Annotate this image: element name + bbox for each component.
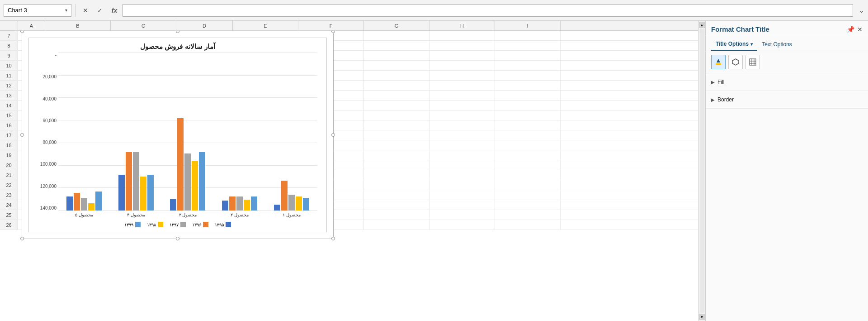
bar-s4-c1[interactable]	[147, 175, 154, 211]
bar-s1-c2[interactable]	[177, 118, 184, 211]
bar-s0-c1[interactable]	[118, 175, 125, 211]
confirm-button[interactable]: ✓	[94, 4, 106, 17]
fill-section-row[interactable]: ▶ Fill	[711, 77, 863, 87]
cell-h26[interactable]	[429, 220, 495, 230]
cell-h12[interactable]	[429, 81, 495, 90]
cell-g11[interactable]	[364, 71, 429, 80]
col-header-h[interactable]: H	[429, 21, 495, 30]
cell-h15[interactable]	[429, 110, 495, 120]
cell-i8[interactable]	[495, 41, 561, 50]
table-icon-button[interactable]	[745, 55, 760, 69]
cell-h23[interactable]	[429, 190, 495, 200]
cell-i24[interactable]	[495, 200, 561, 210]
bar-s3-c1[interactable]	[140, 177, 146, 211]
bar-s0-c2[interactable]	[170, 199, 176, 211]
cell-h22[interactable]	[429, 180, 495, 190]
bar-s3-c3[interactable]	[244, 200, 250, 211]
col-header-g[interactable]: G	[364, 21, 429, 30]
cell-g25[interactable]	[364, 210, 429, 220]
cell-h25[interactable]	[429, 210, 495, 220]
bar-s3-c2[interactable]	[192, 161, 198, 211]
bar-s1-c3[interactable]	[229, 196, 236, 211]
chart-container[interactable]: آمار سالانه فروش محصول 140,000 120,000 1…	[22, 31, 334, 239]
tab-title-options[interactable]: Title Options ▾	[711, 39, 757, 51]
col-header-b[interactable]: B	[45, 21, 111, 30]
cell-h20[interactable]	[429, 160, 495, 170]
cell-g20[interactable]	[364, 160, 429, 170]
cell-g12[interactable]	[364, 81, 429, 90]
bar-s1-c0[interactable]	[74, 193, 80, 211]
bar-s4-c4[interactable]	[303, 198, 309, 211]
cell-h16[interactable]	[429, 120, 495, 130]
bar-s0-c4[interactable]	[274, 205, 280, 211]
cell-i26[interactable]	[495, 220, 561, 230]
col-header-d[interactable]: D	[176, 21, 233, 30]
cell-i22[interactable]	[495, 180, 561, 190]
cell-h10[interactable]	[429, 61, 495, 70]
cell-h7[interactable]	[429, 31, 495, 40]
cell-i16[interactable]	[495, 120, 561, 130]
cell-g22[interactable]	[364, 180, 429, 190]
border-section-row[interactable]: ▶ Border	[711, 95, 863, 105]
cell-g24[interactable]	[364, 200, 429, 210]
scroll-up-button[interactable]: ▲	[699, 22, 705, 28]
cell-h13[interactable]	[429, 91, 495, 100]
tab-text-options[interactable]: Text Options	[757, 39, 797, 51]
panel-pin-icon[interactable]: 📌	[847, 26, 854, 33]
cancel-button[interactable]: ✕	[79, 4, 92, 17]
cell-h24[interactable]	[429, 200, 495, 210]
bar-s1-c4[interactable]	[281, 181, 288, 211]
scroll-down-button[interactable]: ▼	[699, 314, 705, 320]
expand-formula-icon[interactable]: ⌄	[859, 6, 864, 14]
bar-s0-c3[interactable]	[222, 201, 228, 211]
cell-i17[interactable]	[495, 130, 561, 140]
cell-h18[interactable]	[429, 140, 495, 150]
bar-s3-c0[interactable]	[88, 203, 94, 211]
col-header-e[interactable]: E	[233, 21, 298, 30]
col-header-c[interactable]: C	[111, 21, 176, 30]
cell-h19[interactable]	[429, 150, 495, 160]
cell-g15[interactable]	[364, 110, 429, 120]
cell-g19[interactable]	[364, 150, 429, 160]
v-scrollbar[interactable]: ▲ ▼	[698, 21, 705, 321]
bar-s2-c2[interactable]	[184, 153, 191, 211]
cell-g23[interactable]	[364, 190, 429, 200]
cell-i15[interactable]	[495, 110, 561, 120]
cell-h14[interactable]	[429, 101, 495, 110]
cell-g13[interactable]	[364, 91, 429, 100]
bar-s2-c4[interactable]	[288, 195, 295, 211]
cell-h21[interactable]	[429, 170, 495, 180]
cell-i13[interactable]	[495, 91, 561, 100]
name-box[interactable]: Chart 3 ▾	[4, 4, 71, 17]
fx-button[interactable]: fx	[108, 4, 121, 17]
cell-i11[interactable]	[495, 71, 561, 80]
cell-g18[interactable]	[364, 140, 429, 150]
cell-g10[interactable]	[364, 61, 429, 70]
cell-g9[interactable]	[364, 51, 429, 60]
bar-s2-c0[interactable]	[81, 198, 87, 211]
cell-g7[interactable]	[364, 31, 429, 40]
cell-g21[interactable]	[364, 170, 429, 180]
cell-g17[interactable]	[364, 130, 429, 140]
col-header-a[interactable]: A	[18, 21, 45, 30]
cell-i25[interactable]	[495, 210, 561, 220]
bar-s4-c0[interactable]	[95, 192, 102, 211]
panel-close-icon[interactable]: ✕	[857, 26, 863, 33]
cell-i7[interactable]	[495, 31, 561, 40]
bar-s2-c1[interactable]	[133, 152, 139, 211]
fill-icon-button[interactable]	[711, 55, 726, 69]
col-header-i[interactable]: I	[495, 21, 561, 30]
bar-s0-c0[interactable]	[66, 196, 73, 211]
bar-s2-c3[interactable]	[236, 196, 243, 211]
bar-s4-c3[interactable]	[251, 196, 257, 211]
cell-i18[interactable]	[495, 140, 561, 150]
cell-i9[interactable]	[495, 51, 561, 60]
cell-i21[interactable]	[495, 170, 561, 180]
cell-i10[interactable]	[495, 61, 561, 70]
shape-icon-button[interactable]	[728, 55, 743, 69]
bar-s1-c1[interactable]	[126, 152, 132, 211]
cell-g8[interactable]	[364, 41, 429, 50]
formula-bar[interactable]	[123, 4, 853, 17]
cell-i23[interactable]	[495, 190, 561, 200]
cell-h17[interactable]	[429, 130, 495, 140]
